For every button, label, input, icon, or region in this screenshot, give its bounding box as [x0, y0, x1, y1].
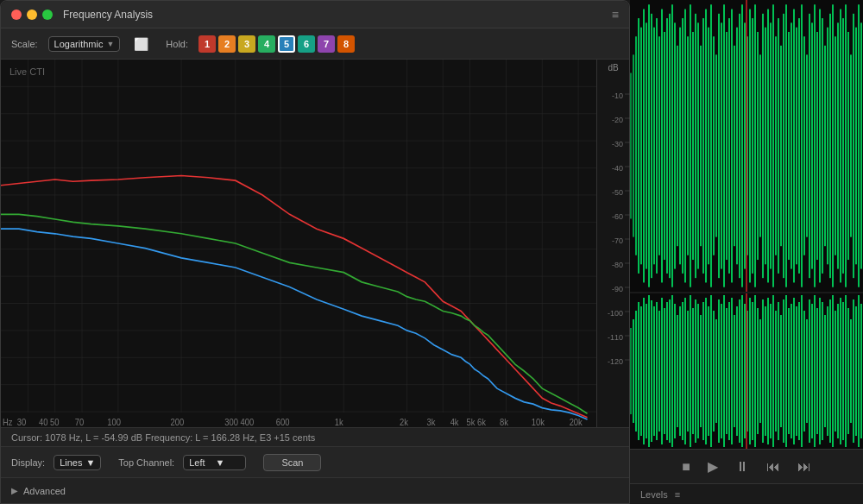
- svg-rect-76: [648, 4, 650, 287]
- svg-rect-196: [721, 304, 722, 438]
- chart-live-label: Live CTI: [9, 66, 45, 77]
- svg-rect-241: [837, 304, 839, 438]
- svg-text:40 50: 40 50: [39, 417, 60, 426]
- svg-rect-187: [697, 304, 699, 438]
- hold-button-6[interactable]: 6: [298, 35, 315, 53]
- next-button[interactable]: ⏭: [797, 459, 811, 475]
- close-button[interactable]: [11, 9, 22, 20]
- svg-text:-20: -20: [612, 116, 623, 124]
- title-bar: Frequency Analysis ≡: [1, 1, 629, 28]
- svg-rect-230: [809, 299, 810, 443]
- svg-rect-219: [780, 315, 782, 427]
- svg-rect-122: [767, 9, 769, 283]
- svg-rect-117: [754, 4, 756, 287]
- svg-rect-158: [860, 22, 862, 268]
- svg-rect-175: [666, 302, 668, 440]
- levels-bar: Levels ≡: [630, 483, 863, 504]
- svg-rect-250: [860, 304, 862, 438]
- hold-button-8[interactable]: 8: [337, 35, 355, 53]
- svg-rect-77: [651, 14, 652, 278]
- svg-rect-97: [702, 18, 704, 274]
- display-dropdown[interactable]: Lines ▼: [54, 455, 101, 470]
- svg-rect-112: [741, 4, 743, 287]
- panel-title: Frequency Analysis: [63, 9, 612, 21]
- scale-dropdown[interactable]: Logarithmic ▼: [48, 36, 121, 52]
- svg-rect-213: [765, 306, 766, 436]
- scan-button[interactable]: Scan: [263, 454, 321, 471]
- hold-button-5[interactable]: 5: [278, 35, 295, 53]
- copy-icon[interactable]: ⬜: [134, 37, 148, 51]
- status-text: Cursor: 1078 Hz, L = -54.99 dB Frequency…: [11, 432, 315, 443]
- svg-text:-40: -40: [612, 164, 623, 173]
- hold-label: Hold:: [166, 39, 188, 49]
- svg-rect-164: [638, 302, 639, 440]
- svg-rect-106: [726, 32, 728, 260]
- svg-rect-177: [671, 295, 673, 447]
- svg-rect-186: [695, 299, 696, 443]
- svg-rect-154: [850, 54, 852, 236]
- bottom-controls: Display: Lines ▼ Top Channel: Left ▼ Sca…: [1, 446, 629, 477]
- svg-rect-140: [814, 4, 816, 287]
- svg-rect-171: [656, 302, 658, 440]
- frequency-analysis-panel: Frequency Analysis ≡ Scale: Logarithmic …: [0, 0, 630, 504]
- svg-rect-212: [762, 299, 764, 443]
- svg-rect-75: [646, 22, 647, 268]
- menu-icon[interactable]: ≡: [612, 8, 619, 22]
- svg-text:3k: 3k: [426, 417, 435, 426]
- svg-text:-10: -10: [612, 91, 623, 100]
- svg-rect-109: [734, 46, 735, 246]
- db-axis: dB -10 -20 -30 -40 -50 -60 -70 -80 -90 -…: [596, 60, 629, 427]
- scale-arrow-icon: ▼: [106, 40, 114, 48]
- svg-rect-128: [783, 14, 784, 278]
- hold-button-3[interactable]: 3: [238, 35, 255, 53]
- svg-rect-73: [640, 28, 642, 265]
- svg-rect-238: [829, 299, 831, 443]
- minimize-button[interactable]: [27, 9, 37, 20]
- svg-rect-155: [853, 14, 854, 278]
- svg-text:2k: 2k: [400, 417, 408, 426]
- hold-button-7[interactable]: 7: [318, 35, 335, 53]
- play-button[interactable]: ▶: [708, 458, 718, 475]
- pause-button[interactable]: ⏸: [735, 459, 749, 475]
- hold-button-2[interactable]: 2: [218, 35, 236, 53]
- hold-button-1[interactable]: 1: [198, 35, 216, 53]
- svg-rect-129: [785, 4, 787, 287]
- svg-rect-215: [770, 304, 772, 438]
- svg-text:300 400: 300 400: [224, 417, 255, 426]
- svg-rect-245: [847, 308, 849, 434]
- svg-rect-111: [739, 14, 740, 278]
- window-controls: [11, 9, 53, 20]
- svg-rect-173: [661, 298, 663, 444]
- stop-button[interactable]: ■: [682, 459, 690, 475]
- svg-rect-135: [801, 4, 803, 287]
- svg-rect-204: [741, 295, 743, 447]
- svg-rect-124: [772, 4, 774, 287]
- svg-rect-183: [687, 311, 689, 432]
- svg-rect-151: [842, 18, 844, 274]
- maximize-button[interactable]: [42, 9, 53, 20]
- top-channel-dropdown[interactable]: Left ▼: [183, 455, 246, 470]
- svg-rect-136: [803, 36, 805, 255]
- top-channel-value: Left: [189, 457, 205, 468]
- svg-rect-243: [842, 302, 844, 440]
- svg-rect-70: [633, 54, 634, 236]
- svg-rect-240: [835, 311, 836, 432]
- hold-button-4[interactable]: 4: [258, 35, 275, 53]
- svg-rect-199: [728, 302, 730, 440]
- svg-rect-83: [666, 18, 668, 274]
- svg-rect-182: [684, 298, 686, 444]
- svg-rect-143: [822, 18, 823, 274]
- waveform-panel: ■ ▶ ⏸ ⏮ ⏭ Levels ≡: [630, 0, 863, 504]
- svg-rect-99: [708, 28, 709, 265]
- svg-rect-190: [705, 298, 707, 444]
- svg-rect-146: [829, 14, 831, 278]
- svg-text:1k: 1k: [335, 417, 343, 426]
- advanced-row[interactable]: ▶ Advanced: [1, 477, 629, 503]
- svg-rect-246: [850, 319, 852, 423]
- prev-button[interactable]: ⏮: [766, 459, 780, 475]
- svg-rect-207: [749, 298, 751, 444]
- svg-rect-102: [715, 54, 717, 236]
- svg-rect-178: [674, 304, 676, 438]
- svg-rect-105: [723, 4, 725, 287]
- svg-text:-30: -30: [612, 140, 623, 148]
